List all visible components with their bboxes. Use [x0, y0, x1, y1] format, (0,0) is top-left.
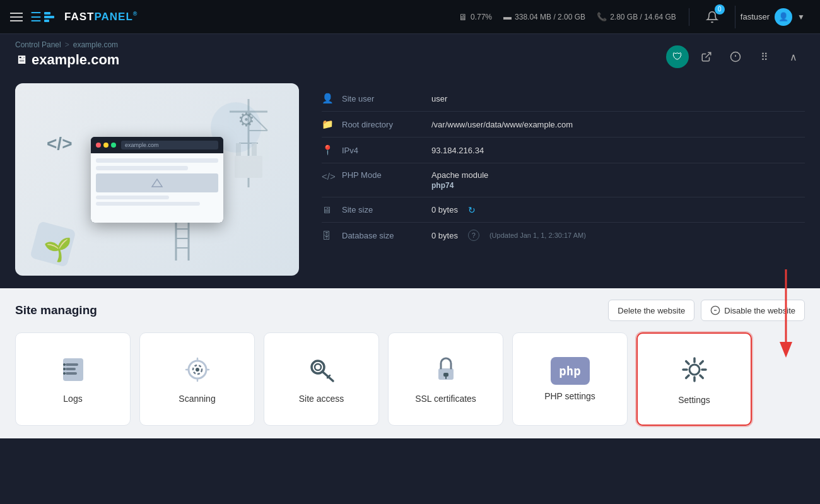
- settings-card[interactable]: Settings: [636, 332, 752, 426]
- svg-rect-14: [235, 156, 262, 178]
- nav-stats: 🖥 0.77% ▬ 338.04 MB / 2.00 GB 📞 2.80 GB …: [459, 12, 676, 22]
- info-btn[interactable]: [724, 45, 747, 68]
- site-user-row: 👤 Site user user: [322, 86, 805, 112]
- logo-icon: ☰: [30, 9, 42, 25]
- svg-rect-24: [66, 363, 78, 366]
- svg-line-51: [700, 361, 703, 364]
- svg-point-44: [689, 365, 700, 375]
- svg-line-52: [686, 375, 688, 378]
- root-dir-row: 📁 Root directory /var/www/user/data/www/…: [322, 112, 805, 138]
- svg-line-3: [706, 52, 711, 57]
- svg-line-49: [686, 361, 688, 364]
- php-row: </> PHP Mode Apache module php74: [322, 163, 805, 197]
- ssl-card[interactable]: SSL certificates: [388, 332, 503, 426]
- site-size-row: 🖥 Site size 0 bytes ↻: [322, 197, 805, 223]
- user-menu[interactable]: fastuser 👤 ▼: [735, 6, 810, 28]
- svg-rect-26: [66, 372, 77, 375]
- svg-rect-13: [252, 143, 257, 156]
- disk-stat: 📞 2.80 GB / 14.64 GB: [597, 12, 676, 21]
- svg-line-50: [700, 375, 703, 378]
- php-version-value: php74: [431, 181, 488, 190]
- shield-action-btn[interactable]: 🛡: [666, 45, 689, 68]
- db-updated-text: (Updated Jan 1, 1, 2:30:17 AM): [489, 231, 586, 239]
- php-card[interactable]: php PHP settings: [512, 332, 628, 426]
- logs-label: Logs: [63, 394, 82, 404]
- disk-icon: 📞: [597, 12, 607, 21]
- cpu-stat: 🖥 0.77%: [459, 12, 492, 22]
- ipv4-value: 93.184.216.34: [431, 146, 484, 155]
- code-bracket-icon: </>: [47, 134, 72, 154]
- logo-mark: [44, 11, 62, 23]
- site-info-section: </> ⚙ example.com: [0, 73, 820, 288]
- browser-url-bar: example.com: [121, 141, 218, 149]
- code-icon: </>: [322, 171, 334, 182]
- site-access-card[interactable]: Site access: [264, 332, 379, 426]
- php-settings-label: PHP settings: [544, 391, 595, 401]
- logo: ☰ FASTPANEL®: [30, 9, 138, 25]
- user-name: fastuser: [741, 12, 770, 21]
- user-avatar: 👤: [775, 8, 792, 26]
- ipv4-row: 📍 IPv4 93.184.216.34: [322, 138, 805, 163]
- root-dir-label: Root directory: [342, 120, 424, 129]
- apps-grid-btn[interactable]: ⠿: [753, 45, 776, 68]
- delete-website-btn[interactable]: Delete the website: [608, 300, 694, 321]
- root-dir-value: /var/www/user/data/www/example.com: [431, 120, 573, 129]
- ram-stat: ▬ 338.04 MB / 2.00 GB: [503, 12, 585, 21]
- dropdown-arrow-icon: ▼: [797, 13, 805, 21]
- logo-text: FASTPANEL®: [64, 11, 138, 23]
- logs-card[interactable]: Logs: [15, 332, 131, 426]
- scanning-icon: [182, 355, 213, 387]
- collapse-btn[interactable]: ∧: [782, 45, 805, 68]
- managing-header: Site managing Delete the website Disable…: [15, 300, 805, 321]
- user-detail-icon: 👤: [322, 93, 334, 104]
- php-mode-value: Apache module: [431, 170, 488, 180]
- mock-browser-window: example.com: [91, 137, 223, 223]
- settings-label: Settings: [678, 395, 710, 405]
- svg-rect-1: [44, 16, 54, 18]
- svg-point-38: [315, 364, 321, 370]
- svg-point-32: [196, 368, 199, 372]
- ssl-icon: [431, 355, 461, 387]
- disable-website-btn[interactable]: Disable the website: [701, 300, 805, 321]
- svg-rect-2: [44, 20, 49, 22]
- ipv4-label: IPv4: [342, 146, 424, 155]
- scanning-card[interactable]: Scanning: [139, 332, 255, 426]
- database-icon: 🗄: [322, 230, 334, 241]
- svg-point-28: [63, 368, 66, 370]
- svg-point-29: [63, 372, 66, 375]
- svg-rect-0: [44, 12, 50, 15]
- breadcrumb-area: Control Panel > example.com 🖥 example.co…: [0, 34, 820, 73]
- breadcrumb-control-panel[interactable]: Control Panel: [15, 40, 61, 49]
- key-icon: [307, 355, 337, 387]
- notification-bell[interactable]: 0: [702, 7, 722, 27]
- svg-line-39: [322, 372, 333, 381]
- logs-icon: [58, 355, 88, 387]
- breadcrumb-separator: >: [65, 40, 69, 49]
- svg-marker-15: [152, 179, 162, 187]
- site-icon: 🖥: [15, 54, 26, 67]
- db-info-btn[interactable]: ?: [468, 230, 479, 241]
- scanning-label: Scanning: [179, 394, 215, 404]
- ram-icon: ▬: [503, 12, 512, 21]
- managing-title: Site managing: [15, 303, 97, 317]
- refresh-size-btn[interactable]: ↻: [468, 205, 476, 215]
- svg-rect-25: [66, 368, 76, 370]
- db-size-label: Database size: [342, 231, 424, 240]
- external-link-btn[interactable]: [695, 45, 718, 68]
- site-preview: </> ⚙ example.com: [15, 83, 299, 276]
- db-size-value: 0 bytes: [431, 231, 458, 240]
- page-title: 🖥 example.com: [15, 52, 119, 68]
- svg-line-9: [249, 112, 267, 131]
- notification-badge: 0: [715, 4, 725, 15]
- site-user-label: Site user: [342, 94, 424, 103]
- svg-point-27: [63, 363, 66, 366]
- breadcrumb: Control Panel > example.com: [15, 40, 119, 49]
- plant-deco-icon: 🌱: [44, 237, 72, 263]
- hamburger-menu[interactable]: [10, 13, 23, 21]
- site-size-value: 0 bytes: [431, 205, 458, 214]
- settings-icon: [678, 353, 711, 389]
- site-managing-section: Site managing Delete the website Disable…: [0, 288, 820, 438]
- managing-actions: Delete the website Disable the website: [608, 300, 805, 321]
- pin-icon: 📍: [322, 144, 334, 156]
- php-badge-icon: php: [551, 357, 590, 385]
